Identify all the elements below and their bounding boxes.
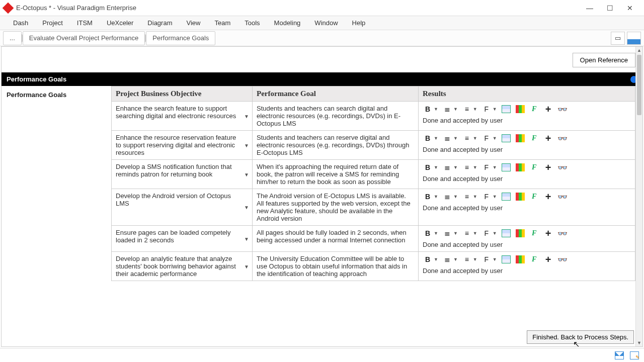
find-button[interactable]: 👓 [557,163,568,172]
objective-dropdown-icon[interactable]: ▼ [244,113,249,119]
clearformat-button[interactable]: F [529,255,539,264]
open-reference-button[interactable]: Open Reference [573,53,635,67]
result-text[interactable]: Done and accepted by user [423,175,631,183]
objective-dropdown-icon[interactable]: ▼ [244,263,249,269]
result-text[interactable]: Done and accepted by user [423,117,631,124]
menu-tools[interactable]: Tools [237,17,267,29]
table-button[interactable] [501,163,511,172]
bold-button[interactable]: B▼ [423,163,438,172]
result-text[interactable]: Done and accepted by user [423,204,631,212]
align-button[interactable]: ≣▼ [442,192,458,201]
results-cell[interactable]: B▼≣▼≡▼F▼F+👓Done and accepted by user [419,226,635,252]
clearformat-button[interactable]: F [529,163,539,172]
results-cell[interactable]: B▼≣▼≡▼F▼F+👓Done and accepted by user [419,160,635,189]
clearformat-button[interactable]: F [529,105,539,114]
objective-cell[interactable]: Develop a SMS notification function that… [112,160,253,189]
align-button[interactable]: ≣▼ [442,255,458,264]
note-icon[interactable] [630,351,639,359]
image-button[interactable] [515,163,525,172]
align-button[interactable]: ≣▼ [442,229,458,238]
maximize-button[interactable]: ☐ [600,1,620,15]
image-button[interactable] [515,134,525,143]
toolbar-icon-1[interactable]: ▭ [611,32,625,45]
image-button[interactable] [515,255,525,264]
image-button[interactable] [515,105,525,114]
menu-help[interactable]: Help [345,17,373,29]
results-cell[interactable]: B▼≣▼≡▼F▼F+👓Done and accepted by user [419,102,635,131]
align-button[interactable]: ≣▼ [442,163,458,172]
result-text[interactable]: Done and accepted by user [423,241,631,248]
result-text[interactable]: Done and accepted by user [423,267,631,275]
objective-cell[interactable]: Enhance the resource reservation feature… [112,131,253,160]
list-button[interactable]: ≡▼ [462,163,477,172]
objective-cell[interactable]: Develop an analytic feature that analyze… [112,252,253,281]
objective-dropdown-icon[interactable]: ▼ [244,205,249,210]
results-cell[interactable]: B▼≣▼≡▼F▼F+👓Done and accepted by user [419,131,635,160]
menu-itsm[interactable]: ITSM [70,17,100,29]
menu-view[interactable]: View [179,17,207,29]
list-button[interactable]: ≡▼ [462,255,477,264]
align-button[interactable]: ≣▼ [442,134,458,143]
results-cell[interactable]: B▼≣▼≡▼F▼F+👓Done and accepted by user [419,189,635,226]
font-button[interactable]: F▼ [481,163,497,172]
list-button[interactable]: ≡▼ [462,105,477,114]
vertical-scrollbar[interactable]: ▲ ▼ [635,47,642,346]
font-button[interactable]: F▼ [481,192,497,201]
menu-project[interactable]: Project [35,17,69,29]
goal-cell[interactable]: When it's approaching the required retur… [253,160,419,189]
add-button[interactable]: + [543,134,553,143]
font-button[interactable]: F▼ [481,255,497,264]
mail-icon[interactable] [615,351,624,359]
list-button[interactable]: ≡▼ [462,229,477,238]
menu-modeling[interactable]: Modeling [267,17,308,29]
add-button[interactable]: + [543,255,553,264]
bold-button[interactable]: B▼ [423,134,438,143]
find-button[interactable]: 👓 [557,229,568,238]
bold-button[interactable]: B▼ [423,229,438,238]
scroll-thumb[interactable] [637,55,641,115]
objective-dropdown-icon[interactable]: ▼ [244,142,249,148]
bold-button[interactable]: B▼ [423,105,438,114]
clearformat-button[interactable]: F [529,229,539,238]
table-button[interactable] [501,255,511,264]
finished-button[interactable]: Finished. Back to Process Steps. [527,330,634,344]
bold-button[interactable]: B▼ [423,192,438,201]
goal-cell[interactable]: The University Education Committee will … [253,252,419,281]
image-button[interactable] [515,192,525,201]
find-button[interactable]: 👓 [557,192,568,201]
font-button[interactable]: F▼ [481,229,497,238]
list-button[interactable]: ≡▼ [462,134,477,143]
objective-dropdown-icon[interactable]: ▼ [244,236,249,241]
results-cell[interactable]: B▼≣▼≡▼F▼F+👓Done and accepted by user [419,252,635,281]
table-button[interactable] [501,134,511,143]
goal-cell[interactable]: Students and teachers can search digital… [253,102,419,131]
menu-diagram[interactable]: Diagram [140,17,179,29]
objective-cell[interactable]: Develop the Android version of Octopus L… [112,189,253,226]
menu-window[interactable]: Window [307,17,345,29]
find-button[interactable]: 👓 [557,255,568,264]
minimize-button[interactable]: — [580,1,600,15]
add-button[interactable]: + [543,163,553,172]
clearformat-button[interactable]: F [529,192,539,201]
align-button[interactable]: ≣▼ [442,105,458,114]
menu-dash[interactable]: Dash [6,17,35,29]
table-button[interactable] [501,105,511,114]
bold-button[interactable]: B▼ [423,255,438,264]
font-button[interactable]: F▼ [481,105,497,114]
breadcrumb-root[interactable]: ... [3,31,22,45]
add-button[interactable]: + [543,229,553,238]
breadcrumb-mid[interactable]: Evaluate Overall Project Performance [23,31,145,45]
scroll-up-icon[interactable]: ▲ [636,47,642,54]
find-button[interactable]: 👓 [557,105,568,114]
goal-cell[interactable]: Students and teachers can reserve digita… [253,131,419,160]
add-button[interactable]: + [543,192,553,201]
scroll-down-icon[interactable]: ▼ [636,339,642,346]
menu-team[interactable]: Team [207,17,237,29]
breadcrumb-leaf[interactable]: Performance Goals [146,31,215,45]
goal-cell[interactable]: The Android version of E-Octopus LMS is … [253,189,419,226]
font-button[interactable]: F▼ [481,134,497,143]
list-button[interactable]: ≡▼ [462,192,477,201]
table-button[interactable] [501,192,511,201]
toolbar-icon-2[interactable] [627,32,641,45]
objective-cell[interactable]: Enhance the search feature to support se… [112,102,253,131]
